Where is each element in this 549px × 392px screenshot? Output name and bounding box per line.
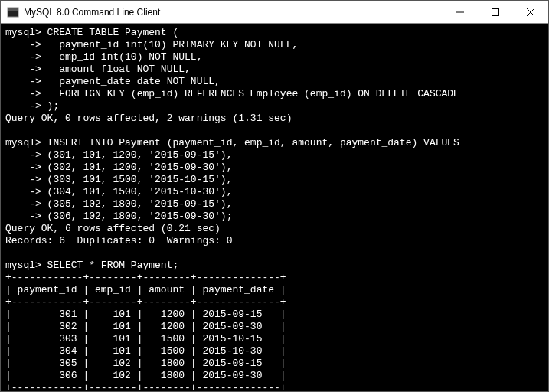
maximize-button[interactable]	[478, 1, 513, 23]
sql-line: (303, 101, 1500, '2015-10-15'),	[41, 174, 233, 185]
table-row: | 301 | 101 | 1200 | 2015-09-15 |	[5, 309, 286, 320]
cont-prompt: ->	[5, 64, 41, 75]
table-row: | 303 | 101 | 1500 | 2015-10-15 |	[5, 333, 286, 345]
table-separator: +------------+--------+--------+--------…	[5, 296, 286, 308]
sql-line: );	[41, 100, 59, 112]
cont-prompt: ->	[5, 51, 41, 63]
cont-prompt: ->	[5, 100, 41, 112]
window-titlebar: MySQL 8.0 Command Line Client	[1, 1, 548, 24]
sql-line: (301, 101, 1200, '2015-09-15'),	[41, 149, 233, 161]
prompt: mysql>	[5, 137, 41, 149]
table-row: | 305 | 102 | 1800 | 2015-09-15 |	[5, 358, 286, 369]
cont-prompt: ->	[5, 88, 41, 100]
minimize-icon	[456, 8, 464, 16]
prompt: mysql>	[5, 260, 41, 271]
sql-line: SELECT * FROM Payment;	[41, 260, 178, 271]
sql-line: (306, 102, 1800, '2015-09-30');	[41, 211, 233, 222]
sql-line: payment_date date NOT NULL,	[41, 76, 221, 87]
window-controls	[443, 1, 548, 23]
sql-line: (302, 101, 1200, '2015-09-30'),	[41, 162, 233, 173]
sql-line: emp_id int(10) NOT NULL,	[41, 51, 203, 63]
app-icon	[7, 6, 19, 18]
window-title: MySQL 8.0 Command Line Client	[24, 7, 443, 18]
sql-line: (304, 101, 1500, '2015-10-30'),	[41, 186, 233, 198]
cont-prompt: ->	[5, 162, 41, 173]
table-row: | 304 | 101 | 1500 | 2015-10-30 |	[5, 345, 286, 357]
cont-prompt: ->	[5, 39, 41, 51]
minimize-button[interactable]	[443, 1, 478, 23]
sql-line: INSERT INTO Payment (payment_id, emp_id,…	[41, 137, 459, 149]
table-row: | 302 | 101 | 1200 | 2015-09-30 |	[5, 321, 286, 332]
sql-line: payment_id int(10) PRIMARY KEY NOT NULL,	[41, 39, 298, 51]
sql-line: (305, 102, 1800, '2015-09-15'),	[41, 198, 233, 210]
result-line: Query OK, 6 rows affected (0.21 sec)	[5, 223, 221, 234]
sql-line: FOREIGN KEY (emp_id) REFERENCES Employee…	[41, 88, 459, 100]
table-separator: +------------+--------+--------+--------…	[5, 382, 286, 391]
close-icon	[527, 8, 534, 16]
table-row: | 306 | 102 | 1800 | 2015-09-30 |	[5, 370, 286, 381]
close-button[interactable]	[513, 1, 548, 23]
table-separator: +------------+--------+--------+--------…	[5, 272, 286, 283]
table-header: | payment_id | emp_id | amount | payment…	[5, 284, 286, 296]
svg-rect-1	[8, 8, 18, 11]
svg-rect-3	[492, 8, 499, 15]
result-line: Records: 6 Duplicates: 0 Warnings: 0	[5, 235, 232, 247]
cont-prompt: ->	[5, 76, 41, 87]
cont-prompt: ->	[5, 211, 41, 222]
sql-line: amount float NOT NULL,	[41, 64, 191, 75]
sql-line: CREATE TABLE Payment (	[41, 27, 178, 38]
terminal-output[interactable]: mysql> CREATE TABLE Payment ( -> payment…	[1, 24, 548, 391]
maximize-icon	[492, 8, 499, 16]
cont-prompt: ->	[5, 198, 41, 210]
cont-prompt: ->	[5, 149, 41, 161]
cont-prompt: ->	[5, 174, 41, 185]
result-line: Query OK, 0 rows affected, 2 warnings (1…	[5, 113, 292, 124]
prompt: mysql>	[5, 27, 41, 38]
cont-prompt: ->	[5, 186, 41, 198]
